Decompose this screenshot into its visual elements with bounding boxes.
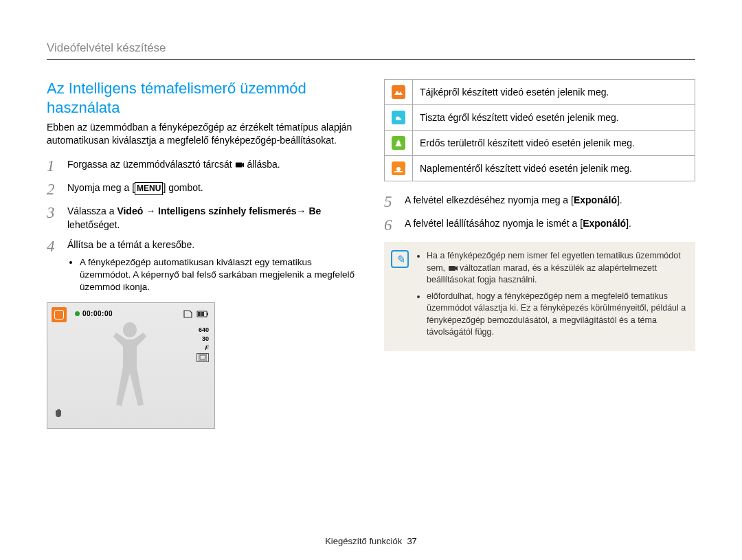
lcd-resolution: 640 [199, 326, 209, 333]
step-1-text-pre: Forgassa az üzemmódválasztó tárcsát [67, 159, 235, 170]
table-row: Naplementéről készített videó esetén jel… [385, 156, 695, 181]
step-3-b1: Videó [117, 205, 143, 216]
info-icon: ✎ [391, 250, 409, 268]
menu-button-label: MENU [135, 182, 163, 195]
step-5-post: ]. [617, 194, 622, 205]
step-6: 6 A felvétel leállításához nyomja le ism… [384, 217, 695, 234]
step-3-b3: Be [308, 205, 321, 216]
table-row-4-text: Naplementéről készített videó esetén jel… [413, 156, 695, 181]
record-dot-icon [75, 311, 80, 316]
svg-rect-3 [207, 313, 208, 315]
shutter-label: Exponáló [583, 218, 626, 229]
step-number: 4 [47, 238, 67, 255]
step-2: 2 Nyomja meg a [MENU] gombot. [47, 181, 358, 198]
info-note: ✎ Ha a fényképezőgép nem ismer fel egyet… [384, 242, 695, 351]
step-5-pre: A felvétel elkezdéséhez nyomja meg a [ [405, 194, 574, 205]
info-bullet-2: előfordulhat, hogy a fényképezőgép nem a… [427, 291, 687, 339]
step-1-text-post: állásba. [247, 159, 280, 170]
page-footer: Kiegészítő funkciók 37 [0, 536, 742, 546]
step-6-post: ]. [626, 218, 631, 229]
step-3-b2: Intelligens színhely felismerés [158, 205, 297, 216]
subject-silhouette [95, 315, 164, 428]
table-row-1-text: Tájképről készített videó esetén jelenik… [413, 80, 695, 105]
svg-marker-1 [242, 163, 244, 168]
table-row: Tájképről készített videó esetén jelenik… [385, 80, 695, 105]
svg-rect-4 [198, 312, 201, 316]
table-row-3-text: Erdős területről készített videó esetén … [413, 131, 695, 156]
anti-shake-icon [53, 407, 64, 421]
smart-mode-icon [52, 307, 67, 322]
step-number: 5 [384, 194, 405, 210]
intro-text: Ebben az üzemmódban a fényképezőgép az é… [47, 121, 358, 147]
step-1: 1 Forgassa az üzemmódválasztó tárcsát ál… [47, 158, 358, 175]
breadcrumb: Videófelvétel készítése [47, 41, 695, 60]
svg-point-8 [396, 167, 401, 171]
footer-label: Kiegészítő funkciók [325, 536, 402, 546]
table-row: Tiszta égről készített videó esetén jele… [385, 105, 695, 131]
step-3: 3 Válassza a Videó → Intelligens színhel… [47, 205, 358, 232]
lcd-f: F [205, 344, 210, 351]
svg-rect-7 [200, 355, 205, 359]
section-title: Az Intelligens témafelismerő üzemmód has… [47, 79, 358, 117]
sunset-icon [392, 161, 405, 175]
icon-description-table: Tájképről készített videó esetén jelenik… [384, 79, 695, 181]
smart-inline-icon [448, 264, 458, 272]
step-4-text: Állítsa be a témát a keresőbe. [67, 239, 194, 250]
sd-card-icon [183, 309, 192, 317]
table-row-2-text: Tiszta égről készített videó esetén jele… [413, 105, 695, 131]
lcd-fps: 30 [202, 335, 209, 342]
step-number: 1 [47, 158, 67, 175]
step-2-text-post: gombot. [166, 182, 203, 193]
step-6-pre: A felvétel leállításához nyomja le ismét… [405, 218, 583, 229]
step-number: 2 [47, 181, 67, 198]
clear-sky-icon [392, 111, 405, 124]
svg-rect-10 [449, 266, 456, 271]
shutter-label: Exponáló [574, 194, 617, 205]
step-4: 4 Állítsa be a témát a keresőbe. A fényk… [47, 238, 358, 293]
battery-icon [196, 309, 209, 317]
mode-dial-icon [235, 160, 245, 170]
step-5: 5 A felvétel elkezdéséhez nyomja meg a [… [384, 194, 695, 210]
step-number: 3 [47, 205, 67, 221]
lcd-right-stack: 640 30 F [196, 326, 209, 362]
step-4-bullet: A fényképezőgép automatikusan kiválaszt … [80, 256, 358, 294]
step-3-text-a: Válassza a [67, 205, 117, 216]
svg-rect-5 [201, 312, 204, 316]
step-number: 6 [384, 217, 405, 234]
info-bullet-1: Ha a fényképezőgép nem ismer fel egyetle… [427, 250, 687, 287]
landscape-icon [392, 85, 405, 99]
metering-icon [196, 353, 209, 362]
page-number: 37 [407, 536, 416, 546]
step-2-text-pre: Nyomja meg a [67, 182, 132, 193]
forest-icon [392, 136, 405, 150]
table-row: Erdős területről készített videó esetén … [385, 131, 695, 156]
svg-rect-9 [394, 171, 403, 172]
camera-lcd-preview: 00:00:00 640 30 F [47, 302, 215, 429]
svg-rect-0 [235, 163, 242, 168]
